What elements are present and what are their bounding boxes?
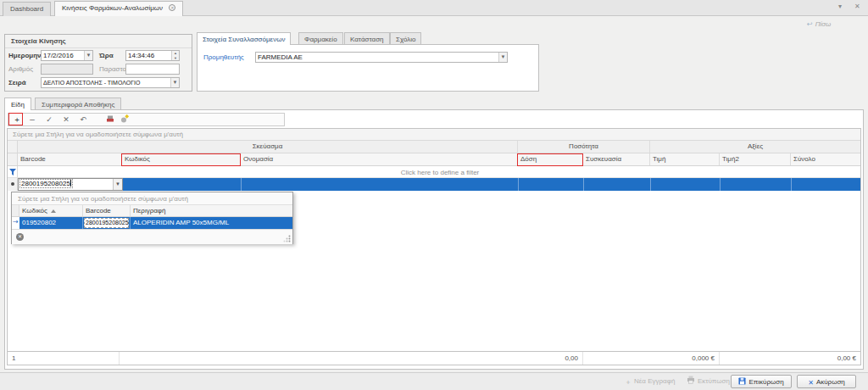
eraser-button[interactable]: [104, 114, 116, 125]
series-value: ΔΕΛΤΙΟ ΑΠΟΣΤΟΛΗΣ - ΤΙΜΟΛΟΓΙΟ: [43, 80, 140, 86]
indicator-header-cell: [8, 153, 18, 165]
spin-down-icon[interactable]: ▼: [172, 56, 179, 61]
editing-row[interactable]: 2800195208025 ▼: [8, 178, 860, 191]
tab-pharmacy-label: Φαρμακείο: [304, 36, 337, 43]
lookup-header-perigrafi[interactable]: Περιγραφή: [131, 205, 293, 216]
undo-button[interactable]: ↶: [77, 114, 89, 125]
barcode-cell-editor[interactable]: 2800195208025 ▼: [18, 178, 123, 191]
x-icon: ✕: [63, 115, 70, 124]
chevron-down-icon[interactable]: ▼: [498, 53, 507, 62]
chevron-down-icon[interactable]: ▾: [838, 3, 842, 10]
party-tab-page: Προμηθευτής FARMEDIA AE ▼: [197, 44, 539, 92]
indicator-header-cell: [8, 141, 18, 153]
column-header-onomasia[interactable]: Ονομασία: [241, 153, 518, 165]
new-item-button[interactable]: [119, 114, 131, 125]
lookup-header-barcode[interactable]: Barcode: [83, 205, 131, 216]
supplier-value: FARMEDIA AE: [258, 53, 303, 61]
tab-items[interactable]: Είδη: [4, 98, 31, 110]
tab-dashboard[interactable]: Dashboard: [3, 2, 51, 16]
date-value: 17/2/2016: [43, 52, 74, 59]
supplier-combobox[interactable]: FARMEDIA AE ▼: [255, 52, 508, 63]
tab-items-label: Είδη: [11, 101, 25, 109]
filter-funnel-icon: [9, 169, 16, 176]
lookup-cell-code: 019520802: [19, 217, 83, 229]
resize-grip[interactable]: [283, 235, 291, 242]
lookup-header-barcode-label: Barcode: [86, 207, 111, 214]
band-skevasma-label: Σκεύασμα: [253, 142, 283, 150]
confirm-button[interactable]: Επικύρωση: [731, 375, 792, 388]
editing-row-dot-icon: [11, 182, 14, 186]
barcode-editor-value: 2800195208025: [21, 180, 70, 187]
column-header-timi-label: Τιμή: [653, 155, 665, 163]
lookup-header-kodikos[interactable]: Κωδικός: [19, 205, 83, 216]
highlight-box-add-button: [8, 113, 23, 125]
text-caret: [70, 180, 71, 187]
lookup-footer: ✕: [12, 229, 292, 244]
tab-party-details-label: Στοιχεία Συναλλασσόμενων: [203, 36, 285, 43]
band-posotita[interactable]: Ποσότητα: [518, 141, 650, 153]
tab-comment[interactable]: Σχόλιο: [390, 32, 421, 45]
back-button[interactable]: ↩Πίσω: [807, 20, 831, 28]
tab-pharmacy[interactable]: Φαρμακείο: [298, 32, 343, 45]
footer-row-count: 1: [8, 352, 120, 365]
undo-icon: ↶: [80, 115, 86, 124]
new-record-button[interactable]: ＋Νέα Εγγραφή: [621, 375, 678, 388]
column-header-synolo-label: Σύνολο: [793, 155, 815, 163]
print-button[interactable]: Εκτύπωση: [683, 375, 733, 388]
column-header-timi[interactable]: Τιμή: [650, 153, 720, 165]
lookup-header-kodikos-label: Κωδικός: [22, 207, 47, 214]
cancel-button[interactable]: ✕Ακύρωση: [797, 375, 856, 388]
print-label: Εκτύπωση: [698, 377, 730, 385]
items-grid: Σύρετε μια Στήλη για να ομαδοποιήσετε σύ…: [7, 128, 861, 365]
date-combobox[interactable]: 17/2/2016 ▼: [41, 50, 93, 61]
highlight-box-kodikos: [121, 153, 241, 166]
undo-arrow-icon: ↩: [807, 20, 813, 28]
new-record-label: Νέα Εγγραφή: [634, 377, 675, 385]
accept-button[interactable]: ✓: [43, 114, 55, 125]
lookup-cell-barcode: 2800195208025: [83, 217, 131, 229]
time-spinedit[interactable]: 14:34:46 ▲ ▼: [125, 50, 180, 61]
clear-filter-button[interactable]: ✕: [16, 233, 24, 241]
minus-icon: −: [29, 115, 36, 124]
printer-icon: [687, 376, 695, 384]
supplier-label[interactable]: Προμηθευτής: [203, 53, 244, 61]
lookup-result-row[interactable]: → 019520802 2800195208025 ALOPERIDIN AMP…: [12, 217, 292, 229]
tab-party-details[interactable]: Στοιχεία Συναλλασσόμενων: [197, 32, 291, 45]
lookup-header-perigrafi-label: Περιγραφή: [133, 207, 165, 214]
filter-hint: Click here to define a filter: [18, 169, 862, 176]
tab-dashboard-label: Dashboard: [10, 5, 43, 13]
auto-filter-row[interactable]: Click here to define a filter: [8, 166, 860, 178]
group-by-hint: Σύρετε μια Στήλη για να ομαδοποιήσετε σύ…: [13, 131, 183, 138]
check-icon: ✓: [46, 115, 53, 124]
close-icon[interactable]: ✕: [854, 3, 860, 10]
editor-dropdown-button[interactable]: ▼: [113, 179, 122, 190]
column-header-barcode[interactable]: Barcode: [18, 153, 122, 165]
column-header-timi2-label: Τιμή2: [722, 155, 739, 163]
row-indicator-cell: [8, 178, 18, 191]
sort-ascending-icon: [51, 209, 56, 213]
lookup-group-hint: Σύρετε μια Στήλη για να ομαδοποιήσετε σύ…: [18, 195, 188, 203]
band-skevasma[interactable]: Σκεύασμα: [18, 141, 518, 153]
time-label: Ώρα: [99, 52, 114, 59]
barcode-lookup-dropdown: Σύρετε μια Στήλη για να ομαδοποιήσετε σύ…: [11, 192, 293, 244]
tab-drug-movements[interactable]: Κινήσεις Φαρμάκων-Αναλωσίμων ✕: [54, 1, 183, 16]
document-field[interactable]: [125, 64, 180, 75]
series-combobox[interactable]: ΔΕΛΤΙΟ ΑΠΟΣΤΟΛΗΣ - ΤΙΜΟΛΟΓΙΟ ▼: [41, 77, 180, 88]
document-tab-bar: Dashboard Κινήσεις Φαρμάκων-Αναλωσίμων ✕…: [0, 0, 868, 16]
spinner-buttons: ▲ ▼: [171, 51, 179, 60]
column-header-synolo[interactable]: Σύνολο: [791, 153, 862, 165]
tab-warehouse-behavior[interactable]: Συμπεριφορά Αποθήκης: [35, 98, 121, 110]
cancel-edit-button[interactable]: ✕: [60, 114, 72, 125]
eraser-icon: [106, 114, 114, 123]
band-axies-label: Αξίες: [748, 142, 763, 150]
band-axies[interactable]: Αξίες: [650, 141, 860, 153]
chevron-down-icon[interactable]: ▼: [84, 51, 92, 60]
column-header-syskevasia[interactable]: Συσκευασία: [583, 153, 650, 165]
tab-status[interactable]: Κατάσταση: [344, 32, 390, 45]
column-header-timi2[interactable]: Τιμή2: [720, 153, 791, 165]
tab-close-icon[interactable]: ✕: [169, 4, 175, 11]
remove-row-button[interactable]: −: [26, 114, 38, 125]
group-by-panel[interactable]: Σύρετε μια Στήλη για να ομαδοποιήσετε σύ…: [8, 129, 860, 141]
chevron-down-icon[interactable]: ▼: [170, 78, 179, 87]
confirm-label: Επικύρωση: [748, 378, 783, 386]
